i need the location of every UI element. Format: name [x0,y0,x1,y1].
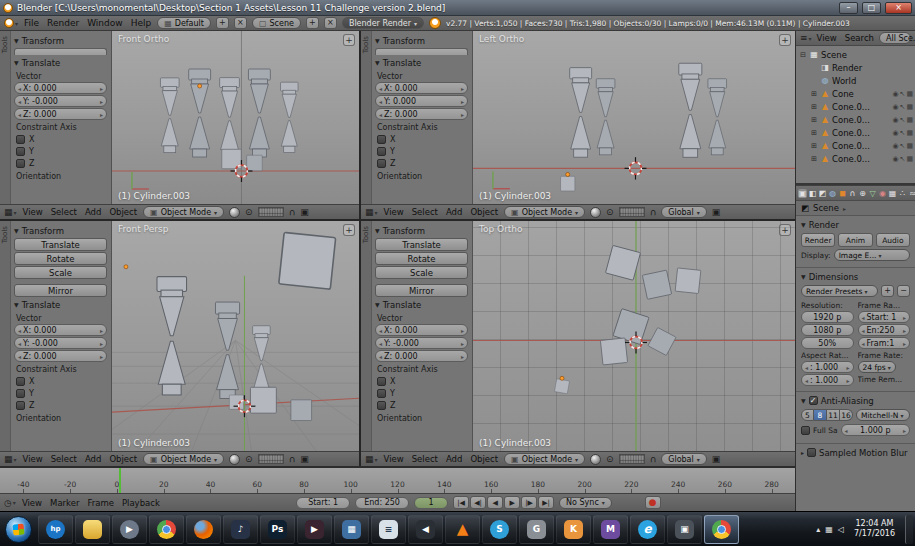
transform-panel-header[interactable]: ▼Transform [375,34,468,47]
prev-keyframe-button[interactable]: ◀| [470,496,486,509]
notepad[interactable]: ≡ [371,515,406,544]
frame-range-field[interactable]: ◂Fram:1▸ [858,337,911,349]
tray-volume[interactable]: ◁ [838,525,844,534]
render-toggle-icon[interactable]: ▦ [906,116,913,124]
constraint-axis-toggle[interactable]: Z [375,157,468,169]
internet-explorer[interactable]: e [630,515,665,544]
tab-render-layers[interactable]: ◧ [808,189,817,198]
chrome[interactable] [149,515,184,544]
vector-number-field[interactable]: ◂Z: 0.000▸ [375,350,468,362]
hourglass-object[interactable] [679,63,702,157]
firefox[interactable] [186,515,221,544]
jump-to-start-button[interactable]: |◀ [453,496,469,509]
viewport-menu-item[interactable]: Select [411,454,439,464]
render-image-icon[interactable]: ▣ [300,207,309,217]
viewport-menu-item[interactable]: View [22,207,44,217]
display-mode-select[interactable]: Image E...▾ [834,249,910,261]
video-app[interactable]: ▶ [297,515,332,544]
visibility-eye-icon[interactable]: ◉ [892,129,898,137]
vector-number-field[interactable]: ◂Z: 0.000▸ [14,350,107,362]
full-sample-checkbox[interactable] [801,426,810,435]
tab-texture[interactable]: ▦ [888,189,897,198]
end-frame-field[interactable]: End: 250 [355,497,409,509]
editor-type-icon[interactable]: ▦▾ [4,207,17,217]
tab-render[interactable]: ▣ [798,189,807,198]
pivot-point-icon[interactable]: ⊙ [245,207,253,217]
vector-number-field[interactable]: ◂Y: -0.000▸ [375,337,468,349]
checkbox-icon[interactable] [16,147,25,156]
transform-panel-header[interactable]: ▼Transform [14,224,107,237]
render-presets-select[interactable]: Render Presets▾ [801,285,878,297]
properties-region-toggle[interactable]: + [343,34,355,46]
partially-scrolled-button[interactable] [14,48,107,55]
expand-collapse-icon[interactable]: ⊞ [810,116,818,124]
start-frame-field[interactable]: Start: 1 [296,497,350,509]
timeline-menu-item[interactable]: View [21,498,43,508]
expand-collapse-icon[interactable]: ⊞ [810,90,818,98]
aa-samples-button[interactable]: 16 [840,409,853,421]
transform-panel-header[interactable]: ▼Transform [375,224,468,237]
viewport-menu-item[interactable]: Select [50,207,78,217]
viewport-menu-item[interactable]: Object [469,454,499,464]
resolution-field[interactable]: 1920 p [801,311,854,323]
checkbox-icon[interactable] [16,401,25,410]
transform-tool-button[interactable]: Translate [375,238,468,251]
remove-preset-button[interactable]: − [897,285,910,297]
3d-view-left-ortho[interactable]: Left Ortho (1) Cylinder.003 + [473,31,795,204]
tool-shelf-tab-strip[interactable]: Tools [361,31,372,204]
tab-constraints[interactable]: ∩ [848,189,857,198]
viewport-shading-icon[interactable] [229,207,240,218]
vector-number-field[interactable]: ◂X: 0.000▸ [375,82,468,94]
audio-sync-select[interactable]: No Sync▾ [559,497,612,509]
aa-samples-button[interactable]: 11 [827,409,840,421]
checkbox-icon[interactable] [16,389,25,398]
aspect-ratio-field[interactable]: ◂: 1.000▸ [801,361,854,373]
transform-tool-button[interactable]: Rotate [375,252,468,265]
cube-object[interactable] [554,379,569,394]
increment-icon[interactable]: ▸ [846,364,849,371]
tool-shelf-tab-strip[interactable]: Tools [361,221,372,451]
snap-magnet-icon[interactable]: ∩ [289,207,296,217]
3d-view-front-persp[interactable]: Front Persp (1) Cylinder.003 + [112,221,359,451]
increment-icon[interactable]: ▸ [100,85,103,92]
mirror-tool-button[interactable]: Mirror [14,284,107,297]
translate-panel-header[interactable]: ▼Translate [375,298,468,311]
render-image-icon[interactable]: ▣ [712,207,721,217]
translate-panel-header[interactable]: ▼Translate [375,56,468,69]
constraint-axis-toggle[interactable]: Y [14,145,107,157]
render-toggle-icon[interactable]: ▦ [906,90,913,98]
music-app[interactable]: ♪ [223,515,258,544]
hourglass-object[interactable] [708,79,727,155]
resolution-field[interactable]: 50% [801,337,854,349]
checkbox-icon[interactable] [377,377,386,386]
hourglass-object[interactable] [248,69,270,157]
add-layout-button[interactable]: + [216,17,229,29]
hourglass-object[interactable] [570,68,592,158]
properties-region-toggle[interactable]: + [343,224,355,236]
viewport-shading-icon[interactable] [590,207,601,218]
timeline-ruler[interactable]: -40 -20 0 20 40 60 80 100 120 140 160 [0,466,795,493]
increment-icon[interactable]: ▸ [461,85,464,92]
translate-panel-header[interactable]: ▼Translate [14,298,107,311]
selectability-arrow-icon[interactable]: ↖ [900,129,906,137]
render-engine-select[interactable]: Blender Render▾ [342,17,424,29]
constraint-axis-toggle[interactable]: Z [375,399,468,411]
skype[interactable]: S [482,515,517,544]
outliner-filter-select[interactable]: All Sce...▾ [879,32,911,44]
viewport-menu-item[interactable]: Add [445,454,463,464]
interaction-mode-select[interactable]: ▣Object Mode▾ [143,453,224,465]
increment-icon[interactable]: ▸ [100,98,103,105]
gimp[interactable]: G [519,515,554,544]
aa-samples-button[interactable]: 8 [814,409,827,421]
close-button[interactable]: × [885,2,912,14]
constraint-axis-toggle[interactable]: X [14,375,107,387]
translate-panel-header[interactable]: ▼Translate [14,56,107,69]
editor-type-icon[interactable]: ▾ [4,18,18,28]
checkbox-icon[interactable] [377,147,386,156]
cube-object[interactable] [250,387,276,413]
transform-tool-button[interactable]: Translate [14,238,107,251]
increment-icon[interactable]: ▸ [461,111,464,118]
visibility-eye-icon[interactable]: ◉ [892,90,898,98]
dimensions-panel-header[interactable]: ▼Dimensions [801,270,910,283]
resolution-field[interactable]: 1080 p [801,324,854,336]
